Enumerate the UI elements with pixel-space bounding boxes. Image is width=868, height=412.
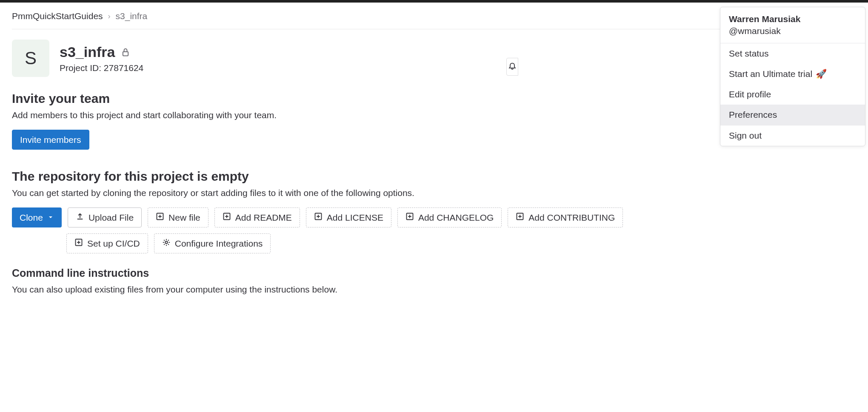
repo-empty-subtitle: You can get started by cloning the repos… <box>12 188 856 198</box>
plus-square-icon <box>156 212 164 223</box>
menu-sign-out[interactable]: Sign out <box>720 125 865 146</box>
plus-square-icon <box>74 238 83 249</box>
user-handle: @wmarusiak <box>729 26 857 36</box>
clone-label: Clone <box>20 213 43 223</box>
svg-rect-0 <box>123 51 128 56</box>
add-changelog-label: Add CHANGELOG <box>418 213 494 223</box>
lock-icon <box>121 44 130 60</box>
new-file-label: New file <box>168 213 200 223</box>
add-readme-button[interactable]: Add README <box>214 207 300 227</box>
plus-square-icon <box>314 212 323 223</box>
setup-cicd-label: Set up CI/CD <box>87 239 140 249</box>
repo-actions-row-1: Clone Upload File New file <box>12 207 856 227</box>
configure-integrations-button[interactable]: Configure Integrations <box>154 233 271 253</box>
setup-cicd-button[interactable]: Set up CI/CD <box>66 233 148 253</box>
project-avatar: S <box>12 40 49 77</box>
add-changelog-button[interactable]: Add CHANGELOG <box>397 207 502 227</box>
menu-preferences[interactable]: Preferences <box>720 105 865 125</box>
user-menu-header: Warren Marusiak @wmarusiak <box>720 7 865 43</box>
add-license-label: Add LICENSE <box>327 213 383 223</box>
upload-file-label: Upload File <box>89 213 134 223</box>
add-license-button[interactable]: Add LICENSE <box>306 207 391 227</box>
menu-edit-profile[interactable]: Edit profile <box>720 84 865 105</box>
invite-members-button[interactable]: Invite members <box>12 130 89 150</box>
svg-point-7 <box>165 241 168 244</box>
user-menu: Warren Marusiak @wmarusiak Set status St… <box>720 7 865 146</box>
rocket-icon: 🚀 <box>816 69 827 79</box>
plus-square-icon <box>516 212 524 223</box>
gear-icon <box>162 238 171 249</box>
repo-empty-section: The repository for this project is empty… <box>12 169 856 253</box>
clone-button[interactable]: Clone <box>12 207 62 227</box>
user-name: Warren Marusiak <box>729 14 857 24</box>
upload-file-button[interactable]: Upload File <box>68 207 142 227</box>
add-contributing-label: Add CONTRIBUTING <box>528 213 615 223</box>
menu-set-status[interactable]: Set status <box>720 43 865 64</box>
configure-integrations-label: Configure Integrations <box>175 239 263 249</box>
start-trial-label: Start an Ultimate trial <box>729 69 812 79</box>
new-file-button[interactable]: New file <box>148 207 208 227</box>
add-readme-label: Add README <box>235 213 292 223</box>
chevron-right-icon: › <box>108 12 111 21</box>
upload-icon <box>76 212 84 223</box>
chevron-down-icon <box>47 213 54 223</box>
repo-actions-row-2: Set up CI/CD Configure Integrations <box>12 233 856 253</box>
bell-icon <box>508 62 517 72</box>
breadcrumb-current: s3_infra <box>116 11 148 21</box>
cli-instructions-title: Command line instructions <box>12 267 856 279</box>
repo-empty-title: The repository for this project is empty <box>12 169 856 184</box>
plus-square-icon <box>405 212 414 223</box>
cli-instructions-subtitle: You can also upload existing files from … <box>12 284 856 295</box>
project-name: s3_infra <box>60 44 115 60</box>
plus-square-icon <box>223 212 231 223</box>
project-id: Project ID: 27871624 <box>60 63 143 73</box>
breadcrumb-parent[interactable]: PmmQuickStartGuides <box>12 11 103 21</box>
menu-start-trial[interactable]: Start an Ultimate trial 🚀 <box>720 64 865 84</box>
notification-bell-button[interactable] <box>506 58 518 76</box>
project-title-row: s3_infra <box>60 44 143 60</box>
add-contributing-button[interactable]: Add CONTRIBUTING <box>508 207 623 227</box>
